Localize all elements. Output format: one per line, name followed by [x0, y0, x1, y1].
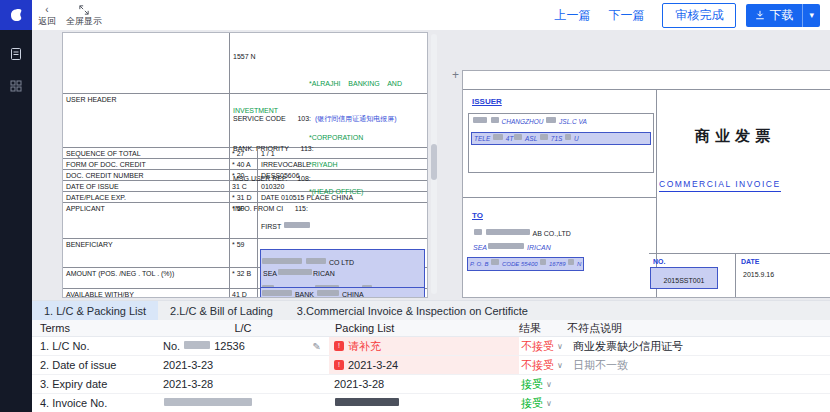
topbar-actions: 上一篇 下一篇 审核完成 下载 ▾	[554, 3, 820, 28]
download-options-button[interactable]: ▾	[802, 4, 820, 27]
column-header-result: 结果	[519, 321, 567, 336]
lc-cell: 2021-3-23	[157, 356, 329, 374]
field-tag: * 20	[230, 170, 258, 180]
result-select[interactable]: 接受 ∨	[519, 375, 567, 393]
invoice-document-page[interactable]: ISSUER CHANGZHOU JSL.C VA TELE 4T ASL 71…	[462, 70, 830, 298]
app-logo[interactable]	[0, 0, 32, 30]
next-article-link[interactable]: 下一篇	[608, 7, 644, 24]
result-select[interactable]: 接受 ∨	[519, 394, 567, 412]
lc-value	[163, 397, 253, 409]
column-header-discrepancy: 不符点说明	[567, 321, 830, 336]
packing-list-cell: ! 2021-3-24	[329, 356, 519, 374]
field-value: SERVICE CODE 103:	[233, 115, 315, 122]
result-value: 接受	[521, 377, 543, 392]
discrepancy-note: 商业发票缺少信用证号	[567, 337, 830, 355]
lc-document-table: 1557 N *ALRAJHI BANKING AND INVESTMENT *…	[63, 33, 427, 298]
invoice-no-value: 2015SST001	[664, 277, 705, 284]
field-label: AMOUNT (POS. /NEG . TOL . (%))	[63, 268, 230, 288]
document-compare-area: 1557 N *ALRAJHI BANKING AND INVESTMENT *…	[32, 30, 830, 300]
review-complete-button[interactable]: 审核完成	[662, 3, 736, 28]
fullscreen-icon	[79, 5, 89, 16]
app-window: ‹ 返回 全屏显示 上一篇 下一篇 审核完成 下载	[0, 0, 830, 412]
lc-value: No. 12536	[163, 340, 245, 352]
scrollbar-thumb[interactable]	[431, 144, 437, 180]
swift-field-row: DATE/PLACE EXP. * 31 D DATE 010515 PLACE…	[63, 191, 427, 202]
invoice-title-cn: 商业发票	[695, 127, 775, 146]
tab-lc-bill-of-lading[interactable]: 2.L/C & Bill of Lading	[158, 301, 285, 320]
field-tag: 31 C	[230, 181, 258, 191]
discrepancy-note: 日期不一致	[567, 356, 830, 374]
swift-field-row: DOC. CREDIT NUMBER * 20 DESS05606	[63, 169, 427, 180]
lc-value: 2021-3-28	[163, 378, 213, 390]
cn-annotation: (银行间信用证通知电报屏)	[315, 115, 397, 122]
packing-list-value: 2021-3-28	[334, 378, 384, 390]
applicant-row: APPLICANT * 50 FIRST SEARICAN P.O. CODE …	[63, 202, 427, 238]
table-header: Terms L/C Packing List 结果 不符点说明	[32, 320, 830, 337]
result-select[interactable]: 不接受 ∨	[519, 337, 567, 355]
tab-commercial-invoice[interactable]: 3.Commercial Invoice & Inspection on Cer…	[285, 301, 540, 320]
field-label: USER HEADER	[63, 94, 230, 147]
sidebar-item-documents[interactable]	[8, 46, 24, 62]
grid-icon	[9, 79, 23, 93]
vertical-scrollbar[interactable]	[431, 34, 437, 294]
discrepancy-note	[567, 394, 830, 412]
issuer-phone-line: TELE 4T ASL 71S U	[474, 134, 648, 143]
amount-row: AMOUNT (POS. /NEG . TOL . (%)) * 32 B CU…	[63, 267, 427, 288]
doc-header-block: 1557 N *ALRAJHI BANKING AND INVESTMENT *…	[63, 33, 427, 93]
swift-field-row: FORM OF DOC. CREDIT * 40 A IRREVOCABLE	[63, 158, 427, 169]
column-header-terms: Terms	[32, 322, 157, 334]
packing-list-cell: ! 请补充	[329, 337, 519, 355]
terms-cell: 1. L/C No.	[32, 337, 157, 355]
divider	[649, 253, 830, 254]
field-label: BENEFICIARY	[63, 239, 230, 267]
prev-article-link[interactable]: 上一篇	[554, 7, 590, 24]
field-tag: * 59	[230, 239, 258, 267]
packing-list-value	[334, 397, 400, 409]
chevron-down-icon: ∨	[557, 342, 563, 351]
terms-cell: 2. Date of issue	[32, 356, 157, 374]
sidebar-item-apps[interactable]	[8, 78, 24, 94]
edit-icon[interactable]: ✎	[313, 341, 321, 352]
field-value: IRREVOCABLE	[258, 159, 427, 169]
result-select[interactable]: 不接受 ∨	[519, 356, 567, 374]
invoice-title-en: COMMERCIAL INVOICE	[659, 179, 781, 192]
issuer-address-line: CHANGZHOU JSL.C VA	[472, 117, 650, 126]
invoice-date-value: 2015.9.16	[743, 270, 774, 279]
field-value: DATE 010515 PLACE CHINA	[258, 192, 427, 202]
discrepancy-note	[567, 375, 830, 393]
download-label: 下载	[769, 7, 793, 24]
packing-list-value: 2021-3-24	[348, 359, 398, 371]
app-logo-icon	[8, 7, 24, 23]
main-area: ‹ 返回 全屏显示 上一篇 下一篇 审核完成 下载	[32, 0, 830, 412]
field-label: APPLICANT	[63, 203, 230, 238]
lc-cell[interactable]: No. 12536 ✎	[157, 337, 329, 355]
fullscreen-button[interactable]: 全屏显示	[66, 5, 102, 26]
field-label: DATE OF ISSUE	[63, 181, 230, 191]
packing-list-cell	[329, 394, 519, 412]
field-value: DESS05606	[258, 170, 427, 180]
fullscreen-label: 全屏显示	[66, 16, 102, 26]
field-highlight: 2015SST001	[651, 268, 717, 288]
divider	[463, 197, 656, 198]
field-tag: * 50	[230, 203, 258, 238]
doc-ref-line: 1557 N	[233, 52, 424, 61]
terms-cell: 4. Invoice No.	[32, 394, 157, 412]
discrepancy-flag-icon: !	[334, 341, 344, 351]
lc-document-page[interactable]: 1557 N *ALRAJHI BANKING AND INVESTMENT *…	[62, 32, 428, 298]
back-button[interactable]: ‹ 返回	[38, 5, 56, 26]
result-value: 不接受	[521, 358, 554, 373]
beneficiary-line: CO LTD	[261, 258, 424, 267]
field-highlight: TELE 4T ASL 71S U	[472, 133, 650, 144]
topbar: ‹ 返回 全屏显示 上一篇 下一篇 审核完成 下载	[32, 0, 830, 30]
page-drag-handle-icon[interactable]: +	[452, 68, 459, 82]
download-button[interactable]: 下载	[746, 4, 802, 27]
applicant-line: FIRST	[261, 222, 424, 231]
table-row: 2. Date of issue 2021-3-23 ! 2021-3-24 不…	[32, 356, 830, 375]
field-label: SEQUENCE OF TOTAL	[63, 148, 230, 158]
consignee-line: SEA IRICAN	[473, 243, 551, 252]
tab-lc-packing-list[interactable]: 1. L/C & Packing List	[32, 301, 158, 320]
field-value: 1 / 1	[258, 148, 427, 158]
terms-cell: 3. Expiry date	[32, 375, 157, 393]
back-label: 返回	[38, 16, 56, 26]
result-value: 不接受	[521, 339, 554, 354]
